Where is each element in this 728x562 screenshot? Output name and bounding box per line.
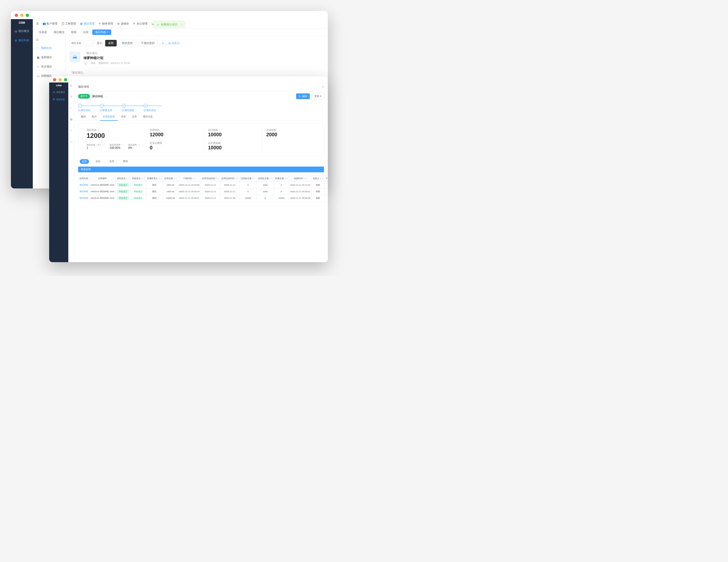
sort-icon[interactable]: ⇅ — [141, 178, 143, 180]
filter-icon[interactable]: ▾ — [194, 178, 196, 180]
table-header[interactable]: 下次 — [325, 175, 328, 182]
table-header[interactable]: 宙柜状态⇅▾ — [116, 175, 131, 182]
add-contract-button[interactable]: 添加合同 — [78, 167, 324, 172]
search-input[interactable] — [69, 40, 95, 46]
project-card[interactable]: 「测试项目」 — [69, 71, 324, 75]
heart-icon[interactable]: ♡ — [70, 107, 72, 110]
page-tab[interactable]: 仪表盘 — [36, 30, 50, 35]
detail-tab[interactable]: 客户 — [89, 113, 99, 121]
menu-toggle-icon[interactable]: ☰ — [36, 22, 39, 25]
detail-tab[interactable]: 概况 — [78, 113, 89, 121]
filter-sub[interactable]: 下属负责的 — [138, 40, 158, 46]
table-header[interactable]: 未回款金额⇅▾ — [257, 175, 274, 182]
detail-tab[interactable]: 任务 — [118, 113, 129, 121]
filter-icon[interactable]: ▾ — [143, 178, 145, 180]
sidebar-item[interactable]: ⫿⫿项目概况 — [11, 27, 33, 36]
tab-active[interactable]: 项目列表 × — [92, 30, 111, 35]
filter-icon[interactable]: ▾ — [161, 178, 162, 180]
sort-icon[interactable]: ⇅ — [158, 178, 160, 180]
table-header[interactable]: 审核状态⇅▾ — [131, 175, 146, 182]
info-icon[interactable]: ⓘ — [102, 144, 105, 146]
filter-icon[interactable]: ▾ — [322, 178, 323, 180]
users-icon[interactable]: ⠿ — [70, 95, 72, 98]
maximize-dot[interactable] — [26, 14, 29, 17]
filter-icon[interactable]: ▾ — [237, 178, 238, 180]
sort-icon[interactable]: ⇅ — [303, 178, 305, 180]
sort-icon[interactable]: ⇅ — [269, 178, 271, 180]
table-header[interactable]: 合同名称 — [78, 175, 90, 182]
minimize-dot[interactable] — [58, 78, 62, 81]
more-button[interactable]: 更多 ▾ — [312, 93, 324, 99]
toast-close-icon[interactable]: × — [181, 23, 183, 26]
archive-icon[interactable]: ▭ — [70, 140, 72, 143]
sort-icon[interactable]: ⇅ — [284, 178, 286, 180]
topnav-item[interactable]: 📋工单管理 — [61, 22, 76, 26]
minimize-dot[interactable] — [20, 14, 23, 17]
table-header[interactable]: 合同编号 — [90, 175, 116, 182]
filter-all[interactable]: 全部 — [105, 40, 117, 46]
info-icon[interactable]: ⓘ — [97, 129, 100, 131]
table-header[interactable]: 创建时间⇅▾ — [289, 175, 311, 182]
star-icon[interactable]: ☆ — [70, 129, 72, 132]
filter-icon[interactable]: ▾ — [128, 178, 129, 180]
sort-icon[interactable]: ⇅ — [126, 178, 128, 180]
contract-name-link[interactable]: 测试种植 — [79, 197, 88, 199]
filter-custom[interactable]: ⚙自定义 — [168, 41, 180, 45]
page-tab[interactable]: 项目概况 — [51, 30, 67, 35]
subside-item[interactable]: ☆关注项目 — [33, 62, 65, 71]
subside-item[interactable]: ▦全部项目 — [33, 53, 65, 62]
finance-subtab[interactable]: 合同 — [80, 159, 89, 164]
topnav-item[interactable]: ￥财务管理 — [98, 22, 113, 26]
subside-item[interactable]: ♡我的在办 — [33, 43, 65, 53]
sort-icon[interactable]: ⇅ — [320, 178, 322, 180]
detail-tab[interactable]: 项目日志 — [140, 113, 155, 121]
filter-icon[interactable]: ▾ — [287, 178, 288, 180]
close-dot[interactable] — [15, 14, 18, 17]
topnav-item[interactable]: ▦项目管理 — [80, 22, 95, 26]
finance-subtab[interactable]: 发票 — [107, 159, 116, 164]
finance-subtab[interactable]: 费用 — [121, 159, 130, 164]
project-card[interactable]: ⛰「测试项目」绿萝种植计划体验创建时间：2023-11-11 15:39 — [69, 51, 324, 65]
topnav-item[interactable]: ✎办公管理 — [133, 22, 148, 26]
table-header[interactable]: 已回款金额⇅▾ — [239, 175, 257, 182]
contract-name-link[interactable]: 测试种植 — [79, 184, 88, 186]
table-header[interactable]: 合同金额⇅▾ — [163, 175, 178, 182]
grid-icon[interactable]: ▦ — [70, 118, 72, 121]
close-icon[interactable]: × — [322, 85, 324, 89]
star-icon[interactable]: ☆ — [105, 95, 108, 98]
topnav-item[interactable]: 👥客户管理 — [43, 22, 57, 26]
info-icon[interactable]: ⓘ — [138, 144, 140, 146]
table-header[interactable]: 所属联系人⇅▾ — [146, 175, 163, 182]
table-header[interactable]: 合同结束时间⇅▾ — [220, 175, 239, 182]
sort-icon[interactable]: ⇅ — [235, 178, 237, 180]
sort-icon[interactable]: ⇅ — [216, 178, 217, 180]
filter-icon[interactable]: ▾ — [254, 178, 255, 180]
contract-name-link[interactable]: 测试种植 — [79, 190, 88, 193]
sidebar-item[interactable]: ≣项目列表 — [49, 96, 68, 103]
sort-icon[interactable]: ⇅ — [192, 178, 194, 180]
sort-icon[interactable]: ⇅ — [252, 178, 254, 180]
finance-subtab[interactable]: 回款 — [93, 159, 103, 164]
table-header[interactable]: 发票金额⇅▾ — [274, 175, 289, 182]
table-header[interactable]: 下单时间⇅▾ — [178, 175, 201, 182]
filter-mine[interactable]: 我负责的 — [119, 40, 136, 46]
edit-button[interactable]: ✎编辑 — [296, 93, 310, 99]
page-tab[interactable]: 线索 — [68, 30, 79, 35]
collapse-icon[interactable]: ‹☰ — [33, 36, 65, 43]
filter-icon[interactable]: ▾ — [272, 178, 273, 180]
sidebar-item[interactable]: ⫿⫿项目概况 — [49, 89, 68, 96]
info-icon[interactable]: ⓘ — [121, 144, 123, 146]
table-header[interactable]: 合同开始时间⇅▾ — [201, 175, 220, 182]
search-icon[interactable]: ⌕ — [92, 41, 93, 44]
menu-icon[interactable]: ☰ — [70, 84, 72, 87]
table-header[interactable]: 负责人⇅▾ — [312, 175, 325, 182]
detail-tab[interactable]: 合同及财务 — [100, 113, 118, 121]
sort-icon[interactable]: ⇅ — [173, 178, 175, 180]
topnav-item[interactable]: ⧉进销存 — [117, 22, 129, 26]
maximize-dot[interactable] — [64, 78, 67, 81]
page-tab[interactable]: 合同 — [80, 30, 91, 35]
filter-icon[interactable]: ▾ — [305, 178, 306, 180]
detail-tab[interactable]: 文件 — [129, 113, 140, 121]
filter-icon[interactable]: ▾ — [218, 178, 219, 180]
filter-icon[interactable]: ▾ — [176, 178, 177, 180]
